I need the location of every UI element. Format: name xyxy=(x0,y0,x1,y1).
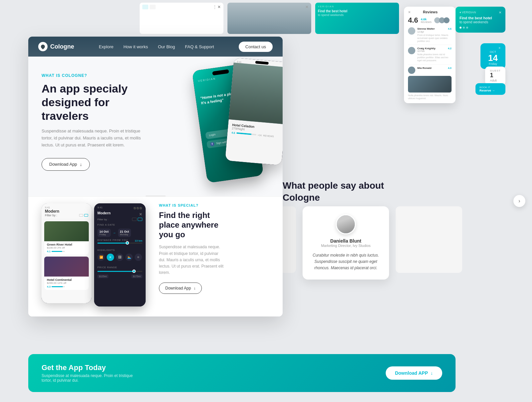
reviewer-1-avatar xyxy=(408,27,415,35)
logo: Cologne xyxy=(38,42,74,51)
dark-filter-screen: 9:41 ⚫⚫⚫ Modern ✕ Filter by : xyxy=(94,203,146,306)
parking-icon[interactable]: 🅿 xyxy=(116,254,123,261)
bg-card-close-2[interactable]: ✕ xyxy=(305,5,309,9)
booking-label: BOOK IT xyxy=(479,86,501,89)
hotel-1-rating-fill xyxy=(52,251,62,252)
light-phone-time: 9:41 xyxy=(45,206,88,209)
hotel-2-body: Hotel Continental $299.00 12% off 4.3 xyxy=(44,277,89,290)
date-card-close[interactable]: ✕ xyxy=(498,47,501,50)
hotel-card-2: Hotel Continental $299.00 12% off 4.3 xyxy=(44,257,89,290)
distance-value: 13 km xyxy=(135,239,142,242)
reviewer-1-rating: 4.6 xyxy=(448,27,452,30)
section-2: 9:41 Modern Filter by : xyxy=(28,196,283,316)
bg-card-right xyxy=(396,206,462,273)
wifi-icon[interactable]: 📶 xyxy=(97,254,105,261)
hotel-1-price: $108.00 2% off xyxy=(47,246,86,249)
hero-description: Suspendisse at malesuada neque. Proin et… xyxy=(42,128,148,148)
website-mockup: Cologne Explore How it works Our Blog FA… xyxy=(28,37,283,316)
teal-card-brand: VERIDIAN xyxy=(318,5,396,8)
reviewer-2-name: Craig Knightly xyxy=(417,47,436,50)
hotel-1-body: Green River Hotel $108.00 2% off 4.1 xyxy=(44,241,89,255)
rating-fill xyxy=(236,132,251,135)
price-slider[interactable] xyxy=(97,271,142,272)
cancel-icon[interactable]: ✕ xyxy=(107,254,114,261)
reviewer-1-name: Sienna Walter xyxy=(417,27,435,30)
testimonial-avatar xyxy=(336,214,356,234)
distance-slider[interactable] xyxy=(97,243,142,244)
distance-fill xyxy=(97,243,129,244)
contact-button[interactable]: Contact us xyxy=(239,42,273,52)
nav-blog[interactable]: Our Blog xyxy=(158,44,175,49)
testimonial-name: Daniella Blunt xyxy=(309,238,382,244)
veridian-brand: ♦ VERIDIAN xyxy=(460,11,476,14)
reviewer-2-avatar xyxy=(408,47,415,54)
price-fill xyxy=(97,271,136,272)
hotel-2-rating-fill xyxy=(52,286,63,287)
dark-signal-icons: ⚫⚫⚫ xyxy=(133,207,142,210)
date-from[interactable]: 14 Oct Friday xyxy=(97,229,111,237)
section-2-phones: 9:41 Modern Filter by : xyxy=(42,203,146,306)
rating-bar xyxy=(236,132,256,135)
bg-card-1: ✕ ⋮ xyxy=(140,3,223,34)
date-number: 14 xyxy=(485,54,501,62)
distance-label: DISTANCE FROM YOU xyxy=(97,239,128,241)
section2-download-button[interactable]: Download App ↓ xyxy=(159,283,202,294)
hero-download-button[interactable]: Download App ↓ xyxy=(42,158,90,171)
bg-card-teal: VERIDIAN Find the best hotel to spend we… xyxy=(315,3,399,34)
testimonial-card: Daniella Blunt Marketing Director, Ivy S… xyxy=(303,206,389,280)
hotel-2-image xyxy=(44,257,89,277)
distance-thumb[interactable] xyxy=(126,241,129,245)
dark-phone-time: 9:41 xyxy=(97,206,103,209)
footer-download-button[interactable]: Download APP ↓ xyxy=(386,366,442,380)
hotel-2-price: $299.00 12% off xyxy=(47,282,86,285)
reviewer-3-avatar xyxy=(408,67,415,74)
footer-desc: Suspendisse at malesuada neque. Proin et… xyxy=(42,373,141,383)
dark-filter-icon-1 xyxy=(132,218,137,221)
veridian-subtitle: to spend weekends xyxy=(460,20,501,24)
nav-explore[interactable]: Explore xyxy=(99,44,113,49)
carousel-next-arrow[interactable]: › xyxy=(513,195,525,207)
teal-card-sub: to spend weekends xyxy=(318,13,396,17)
price-min: $125mi xyxy=(97,275,108,278)
hotel-1-image xyxy=(44,221,89,241)
date-arrow: → xyxy=(113,231,116,235)
dark-phone-mode: Modern xyxy=(97,211,111,215)
footer-download-section: Get the App Today Suspendisse at malesua… xyxy=(28,354,456,392)
veridian-close[interactable]: ✕ xyxy=(499,11,501,14)
light-phone-filter: Filter by : xyxy=(45,214,57,217)
find-date-row: FIND A DATE xyxy=(97,224,142,226)
bg-card-img-2 xyxy=(227,3,311,34)
reviewer-3: Mia Ronald 4.0 xyxy=(408,67,452,74)
booking-card: BOOK IT Reserve → xyxy=(475,83,505,95)
filter-icons xyxy=(79,214,88,217)
date-card: x ✕ Oct 14 Friday xyxy=(480,43,505,69)
footer-cta-arrow: ↓ xyxy=(431,370,433,376)
hero-download-label: Download App xyxy=(49,162,77,167)
ac-icon[interactable]: ❄ xyxy=(135,254,142,261)
price-thumb[interactable] xyxy=(132,270,136,273)
nav-faq[interactable]: FAQ & Support xyxy=(185,44,214,49)
booking-action[interactable]: Reserve → xyxy=(479,89,501,92)
hotel-2-name: Hotel Continental xyxy=(47,278,86,282)
date-to[interactable]: 21 Oct Monday xyxy=(118,229,131,237)
distance-row: DISTANCE FROM YOU 13 km xyxy=(97,239,142,244)
reviews-close-btn[interactable]: ✕ xyxy=(408,10,411,14)
price-range-label: PRICE RANGE xyxy=(97,266,117,269)
reviews-score: 4.6 xyxy=(408,16,418,25)
phones-container: VERIDIAN "Home is not a place...It's a f… xyxy=(150,60,283,193)
pool-icon[interactable]: 🏊 xyxy=(125,254,133,261)
logo-icon xyxy=(38,42,48,51)
filter-icon-list xyxy=(84,214,88,217)
hero-title: An app specialy designed for travelers xyxy=(42,82,155,122)
date-month: Oct xyxy=(485,50,501,54)
bg-card-close-1[interactable]: ✕ xyxy=(217,5,221,9)
hotel-1-name: Green River Hotel xyxy=(47,243,86,246)
bg-card-2: ✕ xyxy=(227,3,311,34)
dark-filter-row: Filter by : xyxy=(97,218,142,221)
price-max: $175mi xyxy=(131,275,142,278)
light-phone-mode: Modern xyxy=(45,209,88,214)
nav-how-it-works[interactable]: How it works xyxy=(123,44,148,49)
highlights-row: HIGHLIGHTS 📶 ✕ 🅿 🏊 ❄ xyxy=(97,246,142,261)
price-labels: $125mi $175mi xyxy=(97,275,142,278)
dark-phone-close[interactable]: ✕ xyxy=(139,212,142,217)
